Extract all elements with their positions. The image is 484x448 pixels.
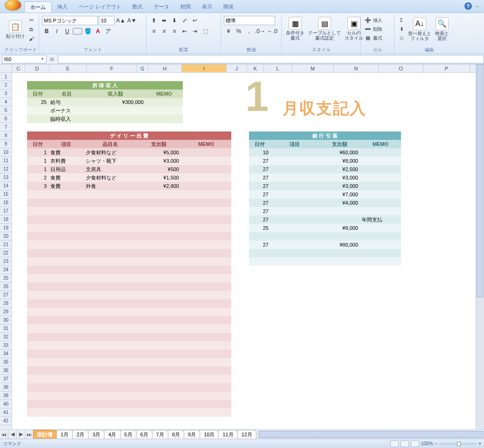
sheet-tab-4月[interactable]: 4月 [104,430,120,439]
col-header-F[interactable]: F [87,64,137,72]
sheet-tab-1月[interactable]: 1月 [56,430,73,439]
cell[interactable] [360,249,401,257]
cell[interactable] [136,291,181,299]
cell[interactable] [48,383,84,392]
cell[interactable]: 夕食材料など [84,148,136,157]
format-as-table-button[interactable]: ▤テーブルとして 書式設定 [307,16,342,41]
cell[interactable] [270,241,319,249]
formula-input[interactable] [58,55,484,63]
ribbon-tab-5[interactable]: 校閲 [175,1,196,13]
vertical-scroll-thumb[interactable] [477,64,484,297]
currency-icon[interactable]: ¥ [224,27,233,36]
normal-view-icon[interactable] [390,441,399,447]
table-row[interactable] [27,283,231,291]
ribbon-tab-1[interactable]: 挿入 [52,1,73,13]
table-row[interactable] [249,249,401,257]
table-row[interactable] [27,400,231,408]
table-row[interactable] [27,207,231,215]
cell[interactable]: 27 [249,157,270,165]
cell[interactable] [270,207,319,215]
cell[interactable] [181,400,231,408]
table-row[interactable]: 2食費夕食材料など¥1,500 [27,173,231,182]
table-row[interactable] [27,274,231,283]
format-label[interactable]: 書式 [373,35,382,41]
row-header-35[interactable]: 35 [0,358,12,366]
cell[interactable] [136,316,181,324]
cell[interactable]: 衣料費 [48,157,84,165]
sheet-tab-5月[interactable]: 5月 [120,430,137,439]
table-row[interactable]: 27¥8,000 [249,157,401,165]
cell[interactable]: ¥2,800 [136,182,181,190]
table-row[interactable] [27,266,231,274]
cell[interactable]: 年間支払 [360,215,401,224]
cell[interactable] [270,215,319,224]
row-header-39[interactable]: 39 [0,392,12,400]
cell[interactable] [181,366,231,375]
cell[interactable]: ¥8,000 [319,157,360,165]
table-row[interactable] [27,324,231,333]
cell[interactable] [270,249,319,257]
table-row[interactable] [27,291,231,299]
cell[interactable] [136,375,181,383]
row-header-5[interactable]: 5 [0,106,12,115]
bold-button[interactable]: B [42,27,51,36]
cell[interactable] [136,249,181,257]
cell[interactable] [48,199,84,207]
cell[interactable] [84,249,136,257]
table-row[interactable]: ボーナス [27,106,183,115]
cell[interactable] [181,291,231,299]
cell[interactable] [136,350,181,358]
cell[interactable] [27,333,48,341]
col-header-E[interactable]: E [49,64,87,72]
fill-icon[interactable]: ⬇ [397,25,406,33]
cell[interactable] [84,400,136,408]
cell[interactable] [319,249,360,257]
table-row[interactable]: 1衣料費シャツ・靴下¥3,000 [27,157,231,165]
clear-icon[interactable]: ◇ [397,34,406,42]
table-row[interactable] [27,190,231,199]
cell[interactable] [27,266,48,274]
copy-icon[interactable]: ⧉ [27,25,35,34]
cell[interactable] [84,324,136,333]
cell[interactable] [181,257,231,266]
cell[interactable] [181,215,231,224]
cut-icon[interactable]: ✂ [27,16,35,24]
cell[interactable] [360,157,401,165]
zoom-thumb[interactable] [457,441,461,446]
cell[interactable] [145,106,183,115]
font-name-input[interactable] [42,16,98,25]
cell[interactable] [270,157,319,165]
cell[interactable] [84,232,136,241]
cell[interactable] [48,232,84,241]
cell[interactable] [27,249,48,257]
col-header-O[interactable]: O [379,64,423,72]
font-size-input[interactable] [99,16,115,25]
col-header-P[interactable]: P [423,64,470,72]
cell[interactable] [27,106,48,115]
cell[interactable] [181,383,231,392]
cell[interactable] [84,358,136,366]
cell[interactable] [48,408,84,417]
insert-label[interactable]: 挿入 [373,18,382,23]
cell[interactable] [48,224,84,232]
cell[interactable] [319,207,360,215]
cell[interactable] [181,350,231,358]
row-header-14[interactable]: 14 [0,182,12,190]
table-row[interactable] [249,257,401,266]
cell[interactable]: ¥3,000 [319,173,360,182]
cell[interactable] [84,190,136,199]
cell[interactable] [360,207,401,215]
cell[interactable] [181,232,231,241]
table-row[interactable] [27,308,231,316]
table-row[interactable]: 3食費外食¥2,800 [27,182,231,190]
cell[interactable] [84,266,136,274]
cell[interactable] [84,392,136,400]
row-header-16[interactable]: 16 [0,199,12,207]
table-row[interactable]: 1食費夕食材料など¥5,000 [27,148,231,157]
font-color-button[interactable]: A [93,27,103,36]
zoom-level[interactable]: 100% [421,441,433,446]
cell[interactable] [48,283,84,291]
wrap-text-icon[interactable]: ↩ [190,16,200,25]
row-header-36[interactable]: 36 [0,366,12,375]
cell[interactable] [48,207,84,215]
